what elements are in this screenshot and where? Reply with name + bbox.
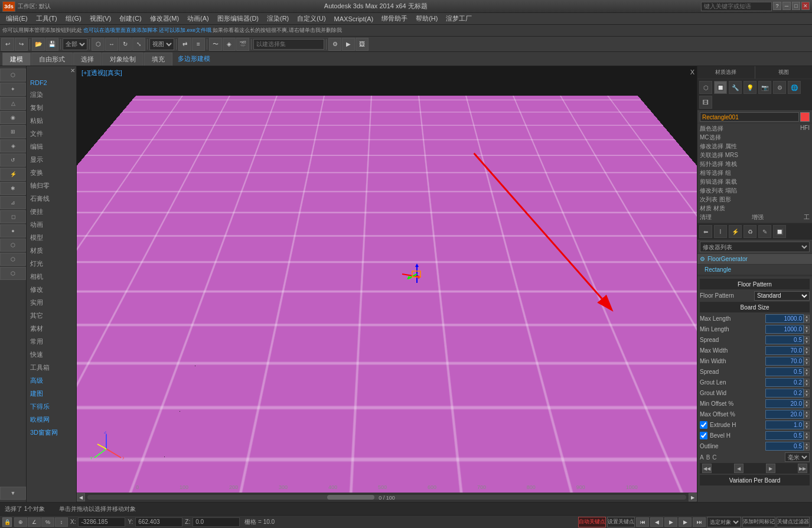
ctx-item-3dcw[interactable]: 欧模网 xyxy=(28,413,75,426)
panel-icon-8[interactable]: 🎞 xyxy=(699,96,712,109)
min-width-input[interactable] xyxy=(765,357,804,366)
ctx-item-buildfig[interactable]: 高级 xyxy=(28,374,75,387)
key-next-btn[interactable]: ⏭ xyxy=(693,517,706,527)
move-btn[interactable]: ↔ xyxy=(105,38,118,51)
key-prev-btn[interactable]: ⏮ xyxy=(636,517,649,527)
spread2-input[interactable] xyxy=(765,367,804,376)
max-width-down[interactable]: ▼ xyxy=(804,351,810,355)
auto-key-btn[interactable]: 自动关键点 xyxy=(578,517,606,527)
panel-icon-2[interactable]: 🔲 xyxy=(714,81,727,94)
scroll-nav-prev[interactable]: ◀◀ xyxy=(702,464,712,473)
rotate-btn[interactable]: ↻ xyxy=(119,38,132,51)
panel-icon-4[interactable]: 💡 xyxy=(743,81,756,94)
ctx-item-modify[interactable]: 修改 xyxy=(28,283,75,296)
menu-[interactable]: 渲梦工厂 xyxy=(442,14,475,24)
ctx-item-paste[interactable]: 粘贴 xyxy=(28,115,75,127)
menu-[interactable]: 绑骨助手 xyxy=(378,14,411,24)
menu-a[interactable]: 动画(A) xyxy=(184,14,213,24)
tab-selection[interactable]: 选择 xyxy=(73,53,102,66)
grout-len-down[interactable]: ▼ xyxy=(804,383,810,387)
grout-len-spinner[interactable]: ▲ ▼ xyxy=(804,379,810,387)
panel-icon-6[interactable]: ⚙ xyxy=(773,81,786,94)
min-offset-up[interactable]: ▲ xyxy=(804,400,810,404)
menu-d[interactable]: 图形编辑器(D) xyxy=(214,14,262,24)
menu-v[interactable]: 视图(V) xyxy=(86,14,115,24)
extrude-h-up[interactable]: ▲ xyxy=(804,421,810,425)
ctx-item-edit[interactable]: 编辑 xyxy=(28,141,75,153)
bevel-h-spinner[interactable]: ▲ ▼ xyxy=(804,432,810,440)
scroll-right-btn[interactable]: ▶ xyxy=(689,493,697,501)
align-btn[interactable]: ≡ xyxy=(192,38,205,51)
ctx-item-common[interactable]: 常用 xyxy=(28,335,75,348)
ctx-item-dede[interactable]: 建图 xyxy=(28,387,75,400)
toolbar-icon-15[interactable]: ⬡ xyxy=(0,267,26,280)
spread2-down[interactable]: ▼ xyxy=(804,372,810,376)
x-coord-input[interactable] xyxy=(78,517,125,527)
ctx-item-toolbox[interactable]: 工具箱 xyxy=(28,361,75,374)
ctx-item-transform[interactable]: 变换 xyxy=(28,167,75,179)
angle-snap-btn[interactable]: ∠ xyxy=(28,517,41,527)
panel-icon-3[interactable]: 🔧 xyxy=(729,81,742,94)
ctx-item-light[interactable]: 灯光 xyxy=(28,258,75,270)
play-next-btn[interactable]: ▶ xyxy=(679,517,692,527)
toolbar-icon-5[interactable]: ⊞ xyxy=(0,125,26,138)
tab-freeform[interactable]: 自由形式 xyxy=(31,53,73,66)
redo-btn[interactable]: ↪ xyxy=(15,38,28,51)
viewport[interactable]: [+][透视][真实] X X Y Z xyxy=(77,66,697,502)
menu-m[interactable]: 修改器(M) xyxy=(146,14,183,24)
bevel-h-down[interactable]: ▼ xyxy=(804,436,810,440)
modifier-floor-generator[interactable]: ⚙ FloorGenerator xyxy=(697,254,812,265)
scroll-nav-left[interactable]: ◀ xyxy=(734,464,743,473)
ctx-item-update[interactable]: 3D窗窗网 xyxy=(28,426,75,439)
scale-btn[interactable]: ⤡ xyxy=(132,38,145,51)
menu-t[interactable]: 工具(T) xyxy=(32,14,61,24)
render-output-btn[interactable]: 🖼 xyxy=(356,38,369,51)
section-floor-pattern[interactable]: Floor Pattern xyxy=(700,279,810,289)
toolbar-icon-11[interactable]: ◻ xyxy=(0,210,26,223)
snap-btn[interactable]: ⊕ xyxy=(14,517,27,527)
bevel-h-up[interactable]: ▲ xyxy=(804,432,810,436)
tool-label[interactable]: 工 xyxy=(804,213,810,221)
selection-filter[interactable]: 全部 xyxy=(63,38,87,50)
modifier-rectangle[interactable]: Rectangle xyxy=(697,265,812,275)
workspace-dropdown[interactable]: 工作区: 默认 xyxy=(18,2,51,11)
object-name-input[interactable] xyxy=(700,112,799,122)
search-input[interactable] xyxy=(701,2,772,11)
curve-btn[interactable]: 〜 xyxy=(209,38,222,51)
min-offset-input[interactable] xyxy=(765,399,804,408)
toolbar-icon-6[interactable]: ◈ xyxy=(0,139,26,152)
panel-icon-1[interactable]: ⬡ xyxy=(699,81,712,94)
max-offset-down[interactable]: ▼ xyxy=(804,415,810,419)
toolbar-icon-12[interactable]: ● xyxy=(0,224,26,237)
outline-spinner[interactable]: ▲ ▼ xyxy=(804,442,810,451)
min-width-up[interactable]: ▲ xyxy=(804,357,810,361)
ctx-item-material[interactable]: 材质 xyxy=(28,245,75,257)
grout-len-up[interactable]: ▲ xyxy=(804,379,810,383)
min-length-input[interactable] xyxy=(765,325,804,334)
max-offset-input[interactable] xyxy=(765,410,804,419)
close-btn[interactable]: ✕ xyxy=(801,2,810,10)
outline-input[interactable] xyxy=(765,442,804,451)
tab-populate[interactable]: 填充 xyxy=(144,53,172,66)
add-time-btn[interactable]: 添加时间标记 xyxy=(742,517,775,527)
toolbar-icon-2[interactable]: ✦ xyxy=(0,83,26,96)
toolbar-icon-4[interactable]: ◉ xyxy=(0,111,26,124)
menu-maxscripta[interactable]: MAXScript(A) xyxy=(331,15,377,23)
edit-icon-4[interactable]: ♻ xyxy=(743,225,756,238)
grout-wid-up[interactable]: ▲ xyxy=(804,389,810,393)
menu-h[interactable]: 帮助(H) xyxy=(412,14,441,24)
material-btn[interactable]: ◈ xyxy=(223,38,236,51)
toolbar-icon-13[interactable]: ⬡ xyxy=(0,239,26,252)
toolbar-icon-7[interactable]: ↺ xyxy=(0,154,26,167)
extrude-h-spinner[interactable]: ▲ ▼ xyxy=(804,421,810,429)
play-btn[interactable]: ▶ xyxy=(664,517,677,527)
toolbar-icon-1[interactable]: ⬡ xyxy=(0,69,26,82)
max-length-input[interactable] xyxy=(765,314,804,323)
minimize-btn[interactable]: ─ xyxy=(782,2,791,10)
spread1-spinner[interactable]: ▲ ▼ xyxy=(804,336,810,344)
section-board-size[interactable]: Board Size xyxy=(700,302,810,312)
toolbar-icon-10[interactable]: ⊿ xyxy=(0,196,26,209)
ctx-item-hang[interactable]: 便挂 xyxy=(28,206,75,218)
menu-e[interactable]: 编辑(E) xyxy=(2,14,31,24)
tab-view[interactable]: 视图 xyxy=(755,66,813,79)
